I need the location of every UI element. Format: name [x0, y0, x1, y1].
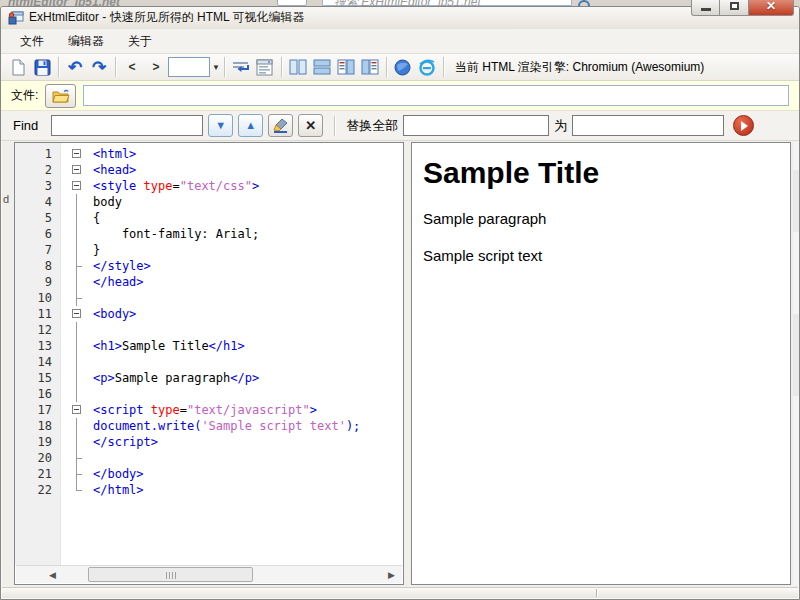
- fold-box-icon[interactable]: [72, 405, 81, 414]
- code-line[interactable]: [91, 290, 93, 306]
- code-line[interactable]: [91, 450, 93, 466]
- code-line[interactable]: </style>: [91, 258, 151, 274]
- fold-box-icon[interactable]: [72, 309, 81, 318]
- code-token: type: [151, 403, 180, 417]
- undo-button[interactable]: ↶: [63, 55, 87, 79]
- code-line[interactable]: <script type="text/javascript">: [91, 402, 317, 418]
- fold-marker[interactable]: [61, 402, 91, 418]
- scroll-left-arrow[interactable]: ◀: [44, 567, 61, 583]
- preview-paragraph: Sample paragraph: [423, 210, 790, 227]
- line-number: 20: [15, 450, 61, 466]
- code-line[interactable]: </script>: [91, 434, 158, 450]
- code-token: "text/css": [180, 179, 252, 193]
- code-token: <html>: [93, 147, 136, 161]
- code-line[interactable]: [91, 354, 93, 370]
- new-document-button[interactable]: [6, 55, 30, 79]
- toolbar-separator: [281, 57, 282, 77]
- toolbar: ↶ ↷ < > ▼: [1, 53, 799, 81]
- code-line-row: 8</style>: [15, 258, 403, 274]
- run-replace-button[interactable]: [733, 115, 754, 136]
- preview-left-code-right-button[interactable]: [358, 55, 382, 79]
- internet-explorer-icon: [418, 59, 436, 76]
- fold-box-icon[interactable]: [72, 149, 81, 158]
- code-line[interactable]: <h1>Sample Title</h1>: [91, 338, 245, 354]
- code-line[interactable]: body: [91, 194, 122, 210]
- code-lines[interactable]: 1<html>2<head>3<style type="text/css">4b…: [15, 146, 403, 564]
- redo-button[interactable]: ↷: [87, 55, 111, 79]
- close-button[interactable]: ✕: [749, 0, 794, 16]
- code-editor[interactable]: 1<html>2<head>3<style type="text/css">4b…: [14, 142, 404, 585]
- find-separator: [334, 116, 335, 136]
- code-line[interactable]: {: [91, 210, 100, 226]
- form-properties-button[interactable]: [253, 55, 277, 79]
- word-wrap-button[interactable]: [229, 55, 253, 79]
- fold-box-icon[interactable]: [72, 165, 81, 174]
- fold-marker[interactable]: [61, 146, 91, 162]
- preview-script-text: Sample script text: [423, 247, 790, 264]
- menu-item-1[interactable]: 文件: [11, 30, 53, 53]
- line-number: 4: [15, 194, 61, 210]
- code-line[interactable]: <style type="text/css">: [91, 178, 259, 194]
- minimize-button[interactable]: [691, 0, 720, 16]
- code-line[interactable]: <body>: [91, 306, 136, 322]
- font-size-combobox[interactable]: [168, 57, 210, 77]
- find-input[interactable]: [51, 115, 203, 136]
- fold-marker: [61, 194, 91, 210]
- fold-marker[interactable]: [61, 178, 91, 194]
- forward-button[interactable]: >: [144, 55, 168, 79]
- save-button[interactable]: [30, 55, 54, 79]
- fold-marker[interactable]: [61, 306, 91, 322]
- code-token: </script>: [93, 435, 158, 449]
- replace-with-input[interactable]: [572, 115, 724, 136]
- code-line[interactable]: </body>: [91, 466, 144, 482]
- code-token: Sample paragraph: [115, 371, 231, 385]
- scroll-right-arrow[interactable]: ▶: [383, 567, 400, 583]
- line-number: 18: [15, 418, 61, 434]
- replace-input[interactable]: [403, 115, 549, 136]
- code-line[interactable]: </head>: [91, 274, 144, 290]
- code-token: >: [252, 179, 259, 193]
- code-line[interactable]: font-family: Arial;: [91, 226, 259, 242]
- ie-preview-button[interactable]: [415, 55, 439, 79]
- line-number: 19: [15, 434, 61, 450]
- code-line[interactable]: [91, 322, 93, 338]
- open-file-button[interactable]: [45, 84, 76, 108]
- split-vertical-button[interactable]: [286, 55, 310, 79]
- restore-button[interactable]: [720, 0, 749, 16]
- back-button[interactable]: <: [120, 55, 144, 79]
- browser-preview-button[interactable]: [391, 55, 415, 79]
- highlight-all-button[interactable]: [268, 114, 293, 137]
- menu-item-3[interactable]: 关于: [119, 30, 161, 53]
- fold-box-icon[interactable]: [72, 181, 81, 190]
- menu-item-2[interactable]: 编辑器: [59, 30, 113, 53]
- html-preview[interactable]: Sample Title Sample paragraph Sample scr…: [411, 142, 791, 585]
- code-line[interactable]: [91, 386, 93, 402]
- code-token: {: [93, 211, 100, 225]
- code-line-row: 10: [15, 290, 403, 306]
- chevron-down-icon[interactable]: ▼: [212, 63, 220, 72]
- title-bar[interactable]: ExHtmlEditor - 快速所见所得的 HTML 可视化编辑器: [1, 7, 799, 29]
- play-icon: [741, 121, 748, 131]
- code-line[interactable]: <p>Sample paragraph</p>: [91, 370, 259, 386]
- code-line[interactable]: <html>: [91, 146, 136, 162]
- open-folder-icon: [52, 89, 70, 103]
- file-path-input[interactable]: [83, 85, 789, 106]
- find-previous-button[interactable]: ▲: [238, 114, 263, 137]
- line-number: 16: [15, 386, 61, 402]
- horizontal-scrollbar[interactable]: ◀ ▶: [16, 565, 402, 583]
- clear-find-button[interactable]: ✕: [298, 114, 323, 137]
- preview-left-code-right-icon: [361, 59, 379, 75]
- preview-heading: Sample Title: [423, 156, 790, 190]
- find-next-button[interactable]: ▼: [208, 114, 233, 137]
- code-line[interactable]: }: [91, 242, 100, 258]
- code-left-preview-right-button[interactable]: [334, 55, 358, 79]
- fold-marker[interactable]: [61, 162, 91, 178]
- main-area: d 1<html>2<head>3<style type="text/css">…: [1, 141, 799, 587]
- scrollbar-thumb[interactable]: [88, 567, 253, 582]
- split-horizontal-button[interactable]: [310, 55, 334, 79]
- code-line[interactable]: document.write('Sample script text');: [91, 418, 360, 434]
- status-strip: [2, 587, 798, 598]
- code-line[interactable]: <head>: [91, 162, 136, 178]
- code-line[interactable]: </html>: [91, 482, 144, 498]
- undo-icon: ↶: [68, 59, 82, 76]
